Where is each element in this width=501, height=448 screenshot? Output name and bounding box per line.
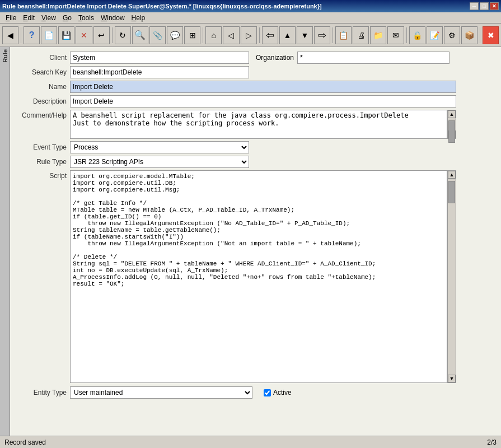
menu-view[interactable]: View xyxy=(38,13,59,23)
archive-btn[interactable]: 📁 xyxy=(370,26,386,44)
comment-row: Comment/Help A beanshell script replacem… xyxy=(17,110,494,139)
status-bar: Record saved 2/3 xyxy=(0,436,501,448)
description-row: Description xyxy=(17,95,494,108)
script-row: Script import org.compiere.model.MTable;… xyxy=(17,170,494,383)
name-row: Name xyxy=(17,81,494,93)
attach-btn[interactable]: 📎 xyxy=(149,26,166,44)
search-key-input[interactable] xyxy=(70,66,249,78)
event-type-select[interactable]: Process Callout Validator xyxy=(70,141,249,153)
client-label: Client xyxy=(17,54,70,62)
client-input[interactable] xyxy=(70,52,249,64)
menu-edit[interactable]: Edit xyxy=(20,13,38,23)
script-scroll-down[interactable]: ▼ xyxy=(448,375,456,382)
print-btn[interactable]: 🖨 xyxy=(353,26,369,44)
organization-label: Organization xyxy=(256,54,294,62)
form-area: Client Organization Search Key Name Desc… xyxy=(10,47,501,436)
report-btn[interactable]: 📋 xyxy=(335,26,352,44)
minimize-btn[interactable]: ─ xyxy=(470,2,479,10)
entity-type-label: Entity Type xyxy=(17,389,70,396)
close-form-btn[interactable]: ✖ xyxy=(483,26,499,44)
event-type-label: Event Type xyxy=(17,143,70,151)
organization-input[interactable] xyxy=(297,52,450,64)
close-window-btn[interactable]: ✕ xyxy=(490,2,499,10)
description-input[interactable] xyxy=(70,95,456,108)
description-label: Description xyxy=(17,97,70,105)
menu-window[interactable]: Window xyxy=(97,13,128,23)
last-btn[interactable]: ⇨ xyxy=(314,26,330,44)
request-btn[interactable]: 📝 xyxy=(427,26,443,44)
rule-type-label: Rule Type xyxy=(17,158,70,166)
grid-btn[interactable]: ⊞ xyxy=(184,26,200,44)
undo-btn[interactable]: ↩ xyxy=(93,26,110,44)
refresh-btn[interactable]: ↻ xyxy=(115,26,131,44)
entity-type-select[interactable]: User maintained Dictionary Application xyxy=(70,386,252,399)
client-org-row: Client Organization xyxy=(17,52,494,64)
comment-scroll-up[interactable]: ▲ xyxy=(448,110,456,118)
prev-page-btn[interactable]: ▲ xyxy=(279,26,296,44)
script-label: Script xyxy=(17,170,70,180)
delete-btn[interactable]: ✕ xyxy=(76,26,92,44)
back-btn[interactable]: ◀ xyxy=(2,26,18,44)
event-type-row: Event Type Process Callout Validator xyxy=(17,141,494,153)
comment-label: Comment/Help xyxy=(17,110,70,119)
entity-type-row: Entity Type User maintained Dictionary A… xyxy=(17,386,494,399)
next-page-btn[interactable]: ▼ xyxy=(297,26,313,44)
main-area: Rule Client Organization Search Key Name… xyxy=(0,47,501,436)
window-controls: ─ □ ✕ xyxy=(470,2,499,10)
title-bar: Rule beanshell:ImportDelete Import Delet… xyxy=(0,0,501,12)
rule-type-row: Rule Type JSR 223 Scripting APIs BeanShe… xyxy=(17,156,494,168)
page-info: 2/3 xyxy=(487,438,497,446)
window-title: Rule beanshell:ImportDelete Import Delet… xyxy=(2,3,322,10)
mail-btn[interactable]: ✉ xyxy=(387,26,404,44)
home-btn[interactable]: ⌂ xyxy=(205,26,222,44)
toolbar: ◀ ? 📄 💾 ✕ ↩ ↻ 🔍 📎 💬 ⊞ ⌂ ◁ ▷ ⇦ ▲ ▼ ⇨ 📋 🖨 … xyxy=(0,24,501,47)
rule-type-select[interactable]: JSR 223 Scripting APIs BeanShell xyxy=(70,156,249,168)
comment-textarea[interactable]: A beanshell script replacement for the j… xyxy=(70,110,447,139)
menu-tools[interactable]: Tools xyxy=(75,13,97,23)
chat-btn[interactable]: 💬 xyxy=(167,26,183,44)
save-btn[interactable]: 💾 xyxy=(58,26,74,44)
name-label: Name xyxy=(17,83,70,91)
menu-bar: File Edit View Go Tools Window Help xyxy=(0,12,501,24)
prev-nav-btn[interactable]: ◁ xyxy=(223,26,239,44)
product-btn[interactable]: 📦 xyxy=(461,26,477,44)
first-btn[interactable]: ⇦ xyxy=(262,26,278,44)
active-label: Active xyxy=(273,389,292,396)
search-key-label: Search Key xyxy=(17,68,70,76)
menu-help[interactable]: Help xyxy=(128,13,149,23)
name-input[interactable] xyxy=(70,81,456,93)
sidebar-tab: Rule xyxy=(0,47,10,436)
active-checkbox[interactable] xyxy=(264,389,271,396)
workflow-btn[interactable]: ⚙ xyxy=(444,26,460,44)
script-scroll-up[interactable]: ▲ xyxy=(448,171,456,179)
script-textarea[interactable]: import org.compiere.model.MTable; import… xyxy=(70,170,447,383)
sidebar-tab-label: Rule xyxy=(2,49,8,63)
next-nav-btn[interactable]: ▷ xyxy=(241,26,257,44)
status-message: Record saved xyxy=(4,438,46,446)
search-key-row: Search Key xyxy=(17,66,494,78)
zoom-btn[interactable]: 🔍 xyxy=(132,26,148,44)
help-btn[interactable]: ? xyxy=(24,26,40,44)
menu-go[interactable]: Go xyxy=(59,13,75,23)
maximize-btn[interactable]: □ xyxy=(480,2,489,10)
lock-btn[interactable]: 🔒 xyxy=(409,26,425,44)
menu-file[interactable]: File xyxy=(2,13,20,23)
new-btn[interactable]: 📄 xyxy=(41,26,57,44)
